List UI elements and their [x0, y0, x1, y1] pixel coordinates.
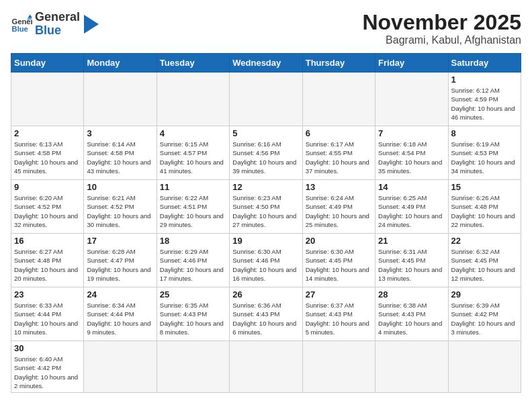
calendar-cell: 25Sunrise: 6:35 AM Sunset: 4:43 PM Dayli… [157, 287, 229, 341]
day-number: 17 [87, 236, 153, 246]
day-info: Sunrise: 6:16 AM Sunset: 4:56 PM Dayligh… [232, 140, 299, 175]
calendar-row-3: 16Sunrise: 6:27 AM Sunset: 4:48 PM Dayli… [11, 234, 521, 287]
day-info: Sunrise: 6:31 AM Sunset: 4:45 PM Dayligh… [378, 247, 445, 283]
day-info: Sunrise: 6:33 AM Sunset: 4:44 PM Dayligh… [14, 301, 81, 336]
calendar-cell [448, 341, 521, 393]
logo: General Blue General Blue [11, 11, 99, 38]
day-info: Sunrise: 6:21 AM Sunset: 4:52 PM Dayligh… [87, 193, 153, 229]
day-info: Sunrise: 6:27 AM Sunset: 4:48 PM Dayligh… [14, 247, 81, 283]
day-number: 14 [378, 182, 445, 192]
day-number: 1 [451, 75, 518, 85]
logo-chevron-icon [84, 15, 99, 34]
calendar-cell: 18Sunrise: 6:29 AM Sunset: 4:46 PM Dayli… [157, 234, 229, 287]
calendar-cell: 13Sunrise: 6:24 AM Sunset: 4:49 PM Dayli… [302, 180, 375, 234]
calendar-cell: 27Sunrise: 6:37 AM Sunset: 4:43 PM Dayli… [302, 287, 375, 341]
calendar-cell [11, 73, 84, 126]
calendar-cell: 23Sunrise: 6:33 AM Sunset: 4:44 PM Dayli… [11, 287, 84, 341]
calendar-cell [302, 341, 375, 393]
day-info: Sunrise: 6:26 AM Sunset: 4:48 PM Dayligh… [451, 193, 518, 229]
weekday-header-friday: Friday [375, 54, 448, 73]
day-info: Sunrise: 6:34 AM Sunset: 4:44 PM Dayligh… [87, 301, 153, 336]
day-number: 15 [451, 182, 518, 192]
day-number: 9 [14, 182, 81, 192]
day-info: Sunrise: 6:15 AM Sunset: 4:57 PM Dayligh… [160, 140, 226, 175]
day-number: 24 [87, 289, 153, 300]
calendar-cell: 30Sunrise: 6:40 AM Sunset: 4:42 PM Dayli… [11, 341, 84, 393]
calendar-cell: 2Sunrise: 6:13 AM Sunset: 4:58 PM Daylig… [11, 126, 84, 180]
day-info: Sunrise: 6:17 AM Sunset: 4:55 PM Dayligh… [306, 140, 372, 175]
calendar-cell [157, 73, 229, 126]
weekday-header-thursday: Thursday [302, 54, 375, 73]
day-number: 20 [306, 236, 372, 246]
calendar-cell: 17Sunrise: 6:28 AM Sunset: 4:47 PM Dayli… [84, 234, 157, 287]
calendar-cell [157, 341, 229, 393]
calendar-cell: 3Sunrise: 6:14 AM Sunset: 4:58 PM Daylig… [84, 126, 157, 180]
logo-general: General [35, 11, 80, 24]
svg-text:Blue: Blue [12, 25, 28, 33]
day-info: Sunrise: 6:36 AM Sunset: 4:43 PM Dayligh… [232, 301, 299, 336]
day-number: 5 [232, 128, 299, 138]
day-number: 12 [232, 182, 299, 192]
day-info: Sunrise: 6:24 AM Sunset: 4:49 PM Dayligh… [306, 193, 372, 229]
calendar-cell: 24Sunrise: 6:34 AM Sunset: 4:44 PM Dayli… [84, 287, 157, 341]
day-info: Sunrise: 6:19 AM Sunset: 4:53 PM Dayligh… [451, 140, 518, 175]
day-number: 29 [451, 289, 518, 300]
weekday-header-wednesday: Wednesday [230, 54, 302, 73]
svg-marker-4 [84, 15, 99, 34]
calendar-cell [302, 73, 375, 126]
calendar-cell: 12Sunrise: 6:23 AM Sunset: 4:50 PM Dayli… [230, 180, 302, 234]
day-number: 10 [87, 182, 153, 192]
calendar-cell: 1Sunrise: 6:12 AM Sunset: 4:59 PM Daylig… [448, 73, 521, 126]
day-number: 23 [14, 289, 81, 300]
day-info: Sunrise: 6:38 AM Sunset: 4:43 PM Dayligh… [378, 301, 445, 336]
weekday-header-sunday: Sunday [11, 54, 84, 73]
calendar-cell: 20Sunrise: 6:30 AM Sunset: 4:45 PM Dayli… [302, 234, 375, 287]
day-number: 6 [306, 128, 372, 138]
day-info: Sunrise: 6:28 AM Sunset: 4:47 PM Dayligh… [87, 247, 153, 283]
calendar-row-5: 30Sunrise: 6:40 AM Sunset: 4:42 PM Dayli… [11, 341, 521, 393]
calendar-row-0: 1Sunrise: 6:12 AM Sunset: 4:59 PM Daylig… [11, 73, 521, 126]
day-number: 13 [306, 182, 372, 192]
calendar-cell: 22Sunrise: 6:32 AM Sunset: 4:45 PM Dayli… [448, 234, 521, 287]
calendar-cell: 11Sunrise: 6:22 AM Sunset: 4:51 PM Dayli… [157, 180, 229, 234]
day-number: 4 [160, 128, 226, 138]
calendar-cell [84, 73, 157, 126]
logo-blue: Blue [35, 24, 80, 38]
location-title: Bagrami, Kabul, Afghanistan [362, 34, 521, 46]
calendar-cell: 28Sunrise: 6:38 AM Sunset: 4:43 PM Dayli… [375, 287, 448, 341]
calendar-row-1: 2Sunrise: 6:13 AM Sunset: 4:58 PM Daylig… [11, 126, 521, 180]
day-info: Sunrise: 6:37 AM Sunset: 4:43 PM Dayligh… [306, 301, 372, 336]
day-info: Sunrise: 6:18 AM Sunset: 4:54 PM Dayligh… [378, 140, 445, 175]
calendar-cell [230, 73, 302, 126]
calendar-cell: 10Sunrise: 6:21 AM Sunset: 4:52 PM Dayli… [84, 180, 157, 234]
weekday-header-row: SundayMondayTuesdayWednesdayThursdayFrid… [11, 54, 521, 73]
calendar-cell: 6Sunrise: 6:17 AM Sunset: 4:55 PM Daylig… [302, 126, 375, 180]
day-info: Sunrise: 6:35 AM Sunset: 4:43 PM Dayligh… [160, 301, 226, 336]
calendar-cell [84, 341, 157, 393]
weekday-header-tuesday: Tuesday [157, 54, 229, 73]
calendar-cell: 19Sunrise: 6:30 AM Sunset: 4:46 PM Dayli… [230, 234, 302, 287]
day-info: Sunrise: 6:30 AM Sunset: 4:46 PM Dayligh… [232, 247, 299, 283]
day-number: 8 [451, 128, 518, 138]
calendar-cell: 21Sunrise: 6:31 AM Sunset: 4:45 PM Dayli… [375, 234, 448, 287]
day-info: Sunrise: 6:23 AM Sunset: 4:50 PM Dayligh… [232, 193, 299, 229]
calendar-cell: 5Sunrise: 6:16 AM Sunset: 4:56 PM Daylig… [230, 126, 302, 180]
month-title: November 2025 [362, 11, 521, 34]
day-info: Sunrise: 6:13 AM Sunset: 4:58 PM Dayligh… [14, 140, 81, 175]
calendar-cell: 9Sunrise: 6:20 AM Sunset: 4:52 PM Daylig… [11, 180, 84, 234]
day-info: Sunrise: 6:30 AM Sunset: 4:45 PM Dayligh… [306, 247, 372, 283]
day-info: Sunrise: 6:39 AM Sunset: 4:42 PM Dayligh… [451, 301, 518, 336]
day-number: 11 [160, 182, 226, 192]
calendar-row-4: 23Sunrise: 6:33 AM Sunset: 4:44 PM Dayli… [11, 287, 521, 341]
day-number: 25 [160, 289, 226, 300]
weekday-header-monday: Monday [84, 54, 157, 73]
day-info: Sunrise: 6:14 AM Sunset: 4:58 PM Dayligh… [87, 140, 153, 175]
calendar-cell: 26Sunrise: 6:36 AM Sunset: 4:43 PM Dayli… [230, 287, 302, 341]
calendar-cell: 14Sunrise: 6:25 AM Sunset: 4:49 PM Dayli… [375, 180, 448, 234]
calendar-cell: 4Sunrise: 6:15 AM Sunset: 4:57 PM Daylig… [157, 126, 229, 180]
calendar-cell [375, 73, 448, 126]
day-number: 2 [14, 128, 81, 138]
day-info: Sunrise: 6:40 AM Sunset: 4:42 PM Dayligh… [14, 355, 81, 390]
weekday-header-saturday: Saturday [448, 54, 521, 73]
day-number: 18 [160, 236, 226, 246]
